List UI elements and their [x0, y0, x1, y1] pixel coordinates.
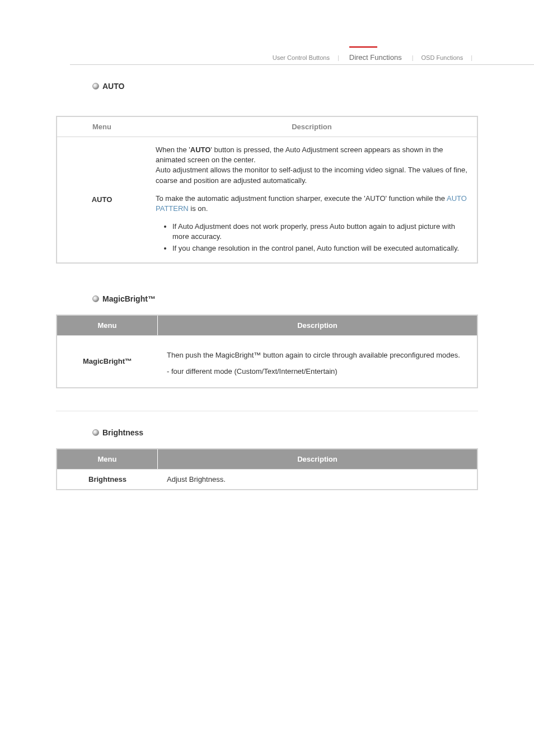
table-auto: Menu Description AUTO When the 'AUTO' bu…: [56, 116, 478, 264]
col-menu-header: Menu: [57, 449, 158, 469]
menu-cell-brightness: Brightness: [57, 469, 158, 490]
magicbright-desc-line2: - four different mode (Custom/Text/Inter…: [167, 366, 468, 377]
nav-direct-functions-wrapper: Direct Functions: [339, 53, 412, 62]
table-brightness: Menu Description Brightness Adjust Brigh…: [56, 448, 478, 491]
section-auto: AUTO: [87, 82, 472, 91]
menu-cell-auto: AUTO: [57, 137, 147, 262]
table-wrapper-auto: Menu Description AUTO When the 'AUTO' bu…: [56, 116, 478, 264]
section-title-magicbright: MagicBright™: [102, 294, 156, 303]
list-item: If Auto Adjustment does not work properl…: [172, 222, 468, 242]
desc-cell-brightness: Adjust Brightness.: [158, 469, 477, 490]
section-title-brightness: Brightness: [102, 428, 143, 437]
col-menu-header: Menu: [57, 117, 147, 137]
auto-desc-list: If Auto Adjustment does not work properl…: [156, 222, 468, 253]
bullet-icon: [92, 83, 99, 90]
table-row: AUTO When the 'AUTO' button is pressed, …: [57, 137, 477, 262]
bullet-icon: [92, 429, 99, 436]
section-divider: [56, 411, 478, 411]
col-desc-header: Description: [147, 117, 477, 137]
col-menu-header: Menu: [57, 316, 158, 335]
section-heading-brightness: Brightness: [92, 428, 472, 437]
section-title-auto: AUTO: [102, 82, 124, 91]
table-magicbright: Menu Description MagicBright™ Then push …: [56, 314, 478, 388]
list-item: If you change resolution in the control …: [172, 243, 468, 253]
active-indicator: [349, 46, 377, 48]
col-desc-header: Description: [158, 449, 477, 469]
table-wrapper-magicbright: Menu Description MagicBright™ Then push …: [56, 314, 478, 388]
nav-direct-functions[interactable]: Direct Functions: [339, 53, 412, 62]
desc-cell-magicbright: Then push the MagicBright™ button again …: [158, 335, 477, 387]
section-brightness: Brightness: [87, 428, 472, 437]
table-wrapper-brightness: Menu Description Brightness Adjust Brigh…: [56, 448, 478, 491]
table-row: MagicBright™ Then push the MagicBright™ …: [57, 335, 477, 387]
section-heading-magicbright: MagicBright™: [92, 294, 472, 303]
auto-desc-p1: When the 'AUTO' button is pressed, the A…: [156, 145, 468, 186]
col-desc-header: Description: [158, 316, 477, 335]
nav-bar: User Control Buttons | Direct Functions …: [70, 48, 534, 65]
auto-desc-p2: To make the automatic adjustment functio…: [156, 194, 468, 214]
nav-user-control-buttons[interactable]: User Control Buttons: [265, 54, 338, 61]
magicbright-desc-line1: Then push the MagicBright™ button again …: [167, 350, 468, 361]
table-row: Brightness Adjust Brightness.: [57, 469, 477, 490]
section-magicbright: MagicBright™: [87, 294, 472, 303]
bullet-icon: [92, 295, 99, 302]
nav-osd-functions[interactable]: OSD Functions: [414, 54, 471, 61]
desc-cell-auto: When the 'AUTO' button is pressed, the A…: [147, 137, 477, 262]
section-heading-auto: AUTO: [92, 82, 472, 91]
menu-cell-magicbright: MagicBright™: [57, 335, 158, 387]
nav-separator: |: [471, 54, 472, 61]
